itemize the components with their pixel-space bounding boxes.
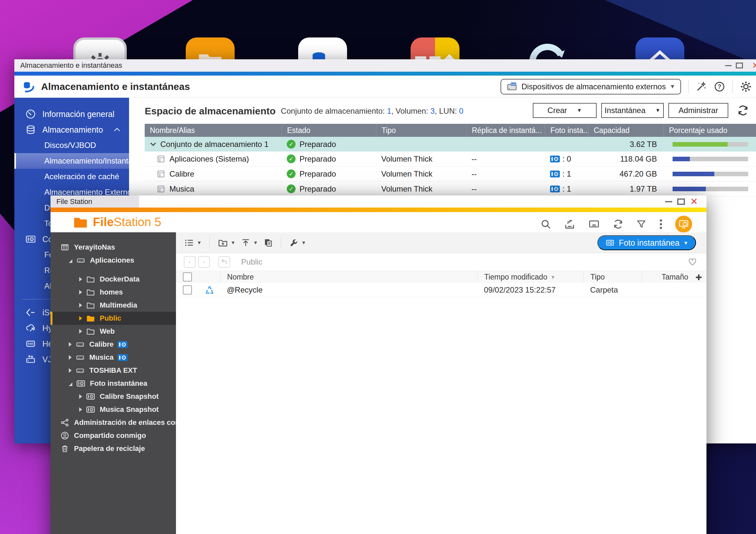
sidebar-item-informacion-general[interactable]: Información general (14, 106, 129, 122)
select-all-checkbox[interactable] (183, 272, 192, 281)
tree-item-calibre-snapshot[interactable]: Calibre Snapshot (50, 390, 176, 403)
section-title: Espacio de almacenamiento (145, 106, 276, 117)
upload-button[interactable]: ▼ (241, 238, 258, 248)
new-folder-button[interactable]: ▼ (218, 237, 236, 248)
wizard-wand-icon[interactable] (696, 81, 707, 92)
expand-arrow-icon[interactable] (69, 355, 72, 360)
tree-item-enlaces-compartidos[interactable]: Administración de enlaces compart (50, 416, 176, 429)
expand-arrow-icon[interactable] (79, 303, 82, 307)
snapshot-action-button[interactable]: Foto instantánea▼ (597, 235, 696, 250)
tree-item-papelera[interactable]: Papelera de reciclaje (50, 442, 176, 455)
snapshot-io-badge (118, 341, 127, 348)
remote-mount-button[interactable] (675, 216, 692, 233)
expand-arrow-icon[interactable] (79, 394, 82, 399)
expand-arrow-icon[interactable] (69, 368, 72, 373)
chevron-down-icon: ▼ (670, 83, 675, 90)
filestation-logo-bar: FileStation 5 (50, 212, 707, 232)
close-button[interactable]: ✕ (751, 59, 756, 72)
maximize-button[interactable] (676, 196, 686, 207)
expand-arrow-icon[interactable] (79, 407, 82, 412)
expand-chevron-icon[interactable] (150, 142, 156, 146)
column-header-replica[interactable]: Réplica de instantá... (466, 124, 545, 137)
external-devices-label: Dispositivos de almacenamiento externos (521, 82, 666, 91)
maximize-button[interactable] (735, 59, 744, 72)
snapshot-io-badge (118, 354, 127, 361)
column-header-estado[interactable]: Estado (282, 124, 376, 137)
expand-arrow-icon[interactable] (79, 316, 82, 321)
help-icon[interactable] (714, 81, 725, 92)
minimize-button[interactable] (663, 196, 674, 207)
table-row-pool[interactable]: Conjunto de almacenamiento 1 ✓Preparado … (145, 137, 756, 151)
back-button[interactable]: ‹ (184, 256, 196, 268)
up-level-button[interactable] (218, 256, 230, 268)
background-tasks-icon[interactable] (564, 218, 576, 230)
column-header-nombre[interactable]: Nombre (220, 271, 477, 283)
file-modified: 09/02/2023 15:22:57 (477, 283, 583, 297)
table-row-volume[interactable]: Musica ✓Preparado Volumen Thick -- : 1 1… (145, 181, 756, 197)
sidebar-item-almacenamiento[interactable]: Almacenamiento (14, 122, 129, 138)
tree-item-multimedia[interactable]: Multimedia (50, 299, 176, 312)
current-path[interactable]: Public (241, 257, 262, 267)
refresh-icon[interactable] (613, 219, 624, 230)
filestation-window-tab[interactable]: File Station (50, 196, 139, 207)
sidebar-item-aceleracion-cache[interactable]: Aceleración de caché (14, 169, 129, 184)
expand-arrow-icon[interactable] (79, 277, 82, 281)
filter-funnel-icon[interactable] (636, 219, 646, 229)
expand-arrow-icon[interactable] (79, 329, 82, 334)
tree-item-web[interactable]: Web (50, 325, 176, 338)
search-icon[interactable] (540, 219, 551, 230)
tree-item-aplicaciones[interactable]: Aplicaciones (50, 254, 176, 267)
storage-table-header[interactable]: Nombre/Alias Estado Tipo Réplica de inst… (145, 124, 756, 137)
add-column-icon[interactable]: ✚ (695, 273, 702, 282)
snapshot-button[interactable]: Instantánea▼ (601, 103, 664, 118)
storage-app-title: Almacenamiento e instantáneas (41, 81, 190, 92)
column-header-foto[interactable]: Foto insta... (545, 124, 588, 137)
tree-item-homes[interactable]: homes (50, 286, 176, 299)
manage-button[interactable]: Administrar (668, 103, 728, 118)
external-devices-dropdown[interactable]: Dispositivos de almacenamiento externos … (500, 79, 681, 94)
forward-button[interactable]: › (198, 256, 210, 268)
column-header-nombre[interactable]: Nombre/Alias (145, 124, 282, 137)
row-checkbox[interactable] (183, 285, 192, 295)
tree-item-musica-snapshot[interactable]: Musica Snapshot (50, 403, 176, 416)
favorite-heart-icon[interactable] (688, 257, 697, 267)
settings-gear-icon[interactable] (740, 80, 752, 93)
table-row-volume[interactable]: Aplicaciones (Sistema) ✓Preparado Volume… (145, 151, 756, 167)
tree-item-musica[interactable]: Musica (50, 351, 176, 364)
tree-item-nas[interactable]: YerayitoNas (50, 241, 176, 254)
tree-item-calibre[interactable]: Calibre (50, 338, 176, 351)
sidebar-item-discos-vjbod[interactable]: Discos/VJBOD (14, 138, 129, 153)
storage-window-titlebar[interactable]: Almacenamiento e instantáneas ✕ (14, 59, 756, 72)
usage-bar (673, 172, 748, 176)
sidebar-item-almacenamiento-instantaneas[interactable]: Almacenamiento/Instantá... (14, 153, 129, 169)
table-row-volume[interactable]: Calibre ✓Preparado Volumen Thick -- : 1 … (145, 167, 756, 181)
filestation-tree: YerayitoNas Aplicaciones DockerData home… (50, 232, 176, 534)
column-header-tipo[interactable]: Tipo (583, 271, 642, 283)
tools-button[interactable]: ▼ (289, 238, 306, 248)
expand-arrow-icon[interactable] (69, 383, 72, 386)
tree-item-foto-instantanea[interactable]: Foto instantánea (50, 377, 176, 390)
tree-item-dockerdata[interactable]: DockerData (50, 273, 176, 286)
expand-arrow-icon[interactable] (69, 342, 72, 347)
cast-icon[interactable] (588, 219, 600, 230)
column-header-porcentaje[interactable]: Porcentaje usado (663, 124, 756, 137)
tree-item-toshiba-ext[interactable]: TOSHIBA EXT (50, 364, 176, 377)
tree-item-compartido-conmigo[interactable]: Compartido conmigo (50, 429, 176, 442)
filestation-titlebar[interactable]: File Station ✕ (50, 196, 707, 207)
create-button[interactable]: Crear▼ (533, 103, 597, 118)
tree-item-public[interactable]: Public (50, 312, 176, 325)
more-options-icon[interactable] (659, 219, 663, 230)
column-header-modificado[interactable]: Tiempo modificado▼ (477, 271, 583, 283)
expand-arrow-icon[interactable] (79, 290, 82, 295)
storage-table: Nombre/Alias Estado Tipo Réplica de inst… (145, 124, 756, 197)
file-list-header[interactable]: Nombre Tiempo modificado▼ Tipo Tamaño ✚ (176, 271, 707, 283)
column-header-tipo[interactable]: Tipo (376, 124, 466, 137)
file-row-recycle[interactable]: @Recycle 09/02/2023 15:22:57 Carpeta (176, 283, 707, 298)
copy-button[interactable] (263, 238, 273, 248)
column-header-capacidad[interactable]: Capacidad (588, 124, 663, 137)
expand-arrow-icon[interactable] (69, 259, 72, 263)
view-mode-button[interactable]: ▼ (184, 238, 202, 248)
close-button[interactable]: ✕ (689, 196, 699, 207)
minimize-button[interactable] (723, 59, 733, 72)
refresh-icon[interactable] (737, 104, 749, 117)
